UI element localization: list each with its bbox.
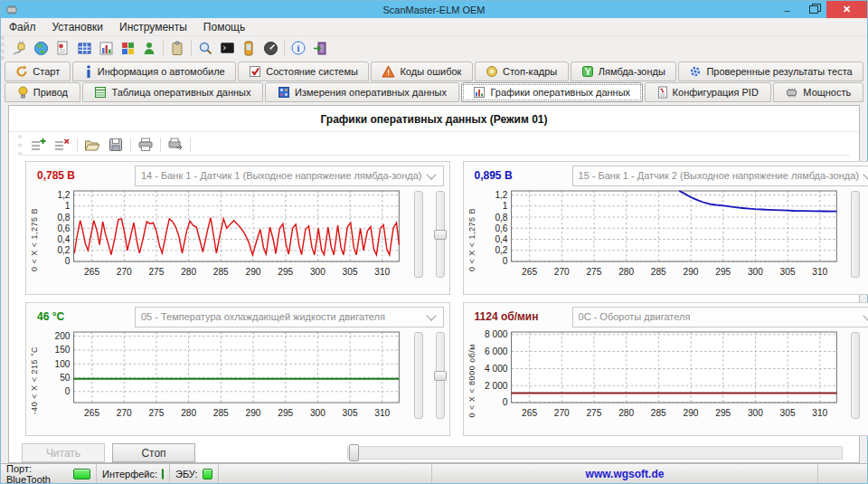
terminal-icon[interactable] [216,38,238,58]
y-range-label: 0 < X < 1,275 В [28,187,41,292]
website-link[interactable]: www.wgsoft.de [586,468,665,480]
device-icon[interactable] [238,38,259,58]
pid-select-value: 05 - Температура охлаждающей жидкости дв… [141,311,385,322]
stop-button[interactable]: Стоп [112,443,195,462]
search-icon[interactable] [194,38,216,58]
restore-button[interactable] [800,1,826,18]
restore-icon [809,5,818,14]
print-icon[interactable] [134,136,157,154]
scale-slider-min[interactable] [851,191,860,278]
remove-graph-icon[interactable] [51,136,74,154]
info-icon[interactable]: i [288,38,309,58]
print-preview-icon[interactable] [164,136,187,154]
svg-text:300: 300 [747,267,762,277]
live-graphs-icon [473,86,486,99]
report-icon[interactable] [52,38,73,58]
toolbar-separator [130,138,131,152]
svg-text:280: 280 [618,408,634,418]
app-window: ScanMaster-ELM OEM – ✕ Файл Установки Ин… [0,0,868,484]
pid-select[interactable]: 05 - Температура охлаждающей жидкости дв… [135,307,444,327]
tab-pid-config[interactable]: Конфигурация PID [645,82,771,102]
svg-text:285: 285 [213,267,229,277]
lambda-icon [581,65,594,78]
menu-file[interactable]: Файл [1,21,44,33]
svg-text:0,4: 0,4 [57,234,71,244]
read-button[interactable]: Читать [22,443,105,462]
grid-icon[interactable] [73,38,95,58]
tab-live-data-graphs[interactable]: Графики оперативных данных [461,82,643,102]
open-icon[interactable] [80,136,104,154]
menu-settings[interactable]: Установки [44,21,111,33]
chart-icon[interactable] [95,38,117,58]
globe-icon[interactable] [30,38,52,58]
timeline-scrollbar[interactable] [347,446,843,460]
pid-select-value: 15 - Банк 1 - Датчик 2 (Выходное напряже… [579,170,860,181]
line-chart: 26527027528028529029530030531000,20,40,6… [478,187,846,283]
gauge-icon[interactable] [259,38,281,58]
close-button[interactable]: ✕ [826,1,867,18]
save-icon[interactable] [104,136,127,154]
bottom-controls: Читать Стоп [9,443,859,462]
vehicle-info-icon [84,65,93,78]
svg-text:2 000: 2 000 [485,381,508,391]
add-graph-icon[interactable] [27,136,51,154]
chevron-down-icon [863,169,868,179]
tab-start[interactable]: Старт [5,62,71,81]
start-icon [15,65,28,78]
status-website: www.wgsoft.de [432,464,818,483]
svg-text:0,6: 0,6 [495,223,508,233]
status-empty [219,464,432,483]
tab-label: Лямбда-зонды [599,66,665,77]
svg-text:0,8: 0,8 [495,213,508,223]
connect-icon[interactable] [8,38,30,58]
scale-slider-max[interactable] [436,332,445,419]
status-bar: Порт: BlueTooth Интерфейс: ЭБУ: www.wgso… [1,463,867,483]
port-led [73,469,90,479]
tab-live-data-table[interactable]: Таблица оперативных данных [82,82,264,102]
toolbar-separator [284,40,285,56]
tab-vehicle-info[interactable]: Информация о автомобиле [72,62,236,81]
y-range-label: -40 < X < 215 °C [28,328,41,433]
tab-system-status[interactable]: Состояние системы [238,62,369,81]
windows-icon[interactable] [117,38,138,58]
clipboard-icon[interactable] [166,38,188,58]
tab-freeze-frames[interactable]: Стоп-кадры [475,62,569,81]
pid-select[interactable]: 15 - Банк 1 - Датчик 2 (Выходное напряже… [572,166,868,186]
live-graphs-panel: Графики оперативных данных (Режим 01) 0,… [8,105,860,463]
svg-text:305: 305 [343,408,358,418]
tab-lambda[interactable]: Лямбда-зонды [571,62,677,81]
live-table-icon [94,86,107,99]
svg-text:265: 265 [522,267,537,277]
scrollbar-thumb[interactable] [349,444,359,461]
tab-live-data-measurements[interactable]: Измерения оперативных данных [265,82,458,102]
svg-text:310: 310 [812,267,827,277]
scale-slider-min[interactable] [851,332,860,419]
menu-help[interactable]: Помощь [195,21,253,33]
pid-select-value: 0C - Обороты двигателя [579,311,691,322]
slider-thumb[interactable] [434,371,447,381]
pid-select[interactable]: 0C - Обороты двигателя [572,307,868,327]
tab-label: Привод [33,87,68,98]
tab-label: Конфигурация PID [673,87,759,98]
svg-text:270: 270 [117,408,132,418]
chart-value: 46 °C [37,310,135,323]
line-chart: 2652702752802852902953003053100501001502… [41,328,409,424]
svg-text:275: 275 [148,267,164,277]
scale-slider-max[interactable] [436,191,445,278]
tab-actuator[interactable]: Привод [5,82,80,102]
scale-slider-min[interactable] [414,191,423,278]
slider-thumb[interactable] [434,230,447,240]
menu-bar: Файл Установки Инструменты Помощь [1,18,867,36]
tab-test-results[interactable]: Проверенные результаты теста [678,62,863,81]
exit-icon[interactable] [309,38,331,58]
user-icon[interactable] [138,38,160,58]
svg-text:295: 295 [278,267,293,277]
title-bar: ScanMaster-ELM OEM – ✕ [1,1,867,18]
tab-power[interactable]: Мощность [773,82,863,102]
menu-tools[interactable]: Инструменты [111,21,195,33]
minimize-button[interactable]: – [774,1,800,18]
tab-dtc[interactable]: Коды ошибок [371,62,473,81]
scale-slider-min[interactable] [414,332,423,419]
pid-select[interactable]: 14 - Банк 1 - Датчик 1 (Выходное напряже… [135,166,444,186]
tab-label: Измерения оперативных данных [295,87,447,98]
